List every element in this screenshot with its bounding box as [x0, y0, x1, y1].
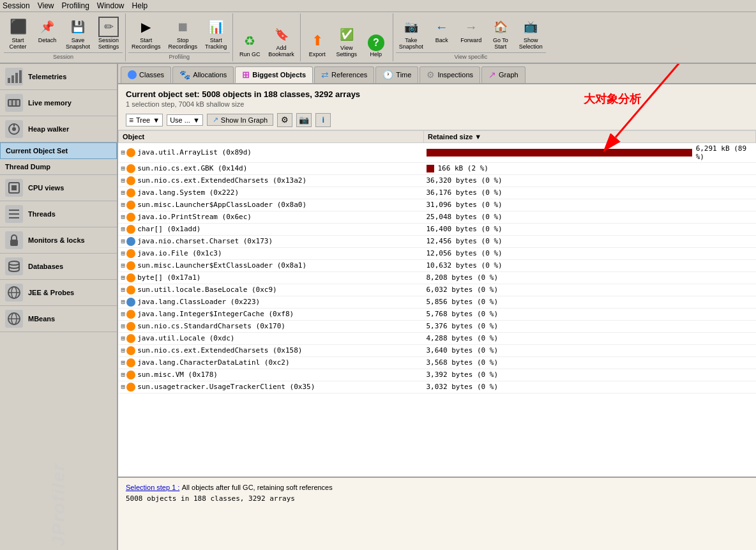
tab-inspections[interactable]: ⚙ Inspections — [420, 66, 480, 83]
menu-window[interactable]: Window — [97, 1, 125, 10]
go-to-start-label: Go ToStart — [493, 38, 508, 50]
save-snapshot-button[interactable]: 💾 SaveSnapshot — [63, 15, 93, 52]
sidebar-item-jee-probes[interactable]: JEE & Probes — [0, 280, 117, 306]
expand-button[interactable]: ⊞ — [121, 383, 126, 391]
table-row[interactable]: ⊞java.lang.CharacterDataLatinl (0xc2)3,5… — [119, 356, 756, 369]
tab-references[interactable]: ⇄ References — [314, 66, 374, 83]
col-retained-size[interactable]: Retained size ▼ — [424, 130, 756, 142]
take-snapshot-button[interactable]: 📷 TakeSnapshot — [396, 15, 427, 52]
expand-button[interactable]: ⊞ — [121, 261, 126, 270]
expand-button[interactable]: ⊞ — [121, 346, 126, 355]
expand-button[interactable]: ⊞ — [121, 334, 126, 342]
menu-bar: Session View Profiling Window Help — [0, 0, 756, 12]
expand-button[interactable]: ⊞ — [121, 286, 126, 294]
expand-button[interactable]: ⊞ — [121, 237, 126, 245]
sidebar-item-current-object-set[interactable]: Current Object Set — [0, 142, 117, 159]
table-row[interactable]: ⊞sun.nio.cs.ext.ExtendedCharsets (0x13a2… — [119, 174, 756, 187]
retained-size-cell: 3,032 bytes (0 %) — [424, 381, 756, 393]
session-settings-button[interactable]: ✏ SessionSettings — [94, 15, 123, 52]
sidebar-item-telemetries[interactable]: Telemetries — [0, 64, 117, 90]
use-select[interactable]: Use ... ▼ — [167, 114, 203, 126]
start-center-button[interactable]: ⬛ StartCenter — [4, 15, 32, 52]
start-center-icon: ⬛ — [8, 17, 28, 37]
sidebar-item-heap-walker[interactable]: Heap walker — [0, 116, 117, 142]
expand-button[interactable]: ⊞ — [121, 164, 126, 172]
start-recordings-button[interactable]: ▶ StartRecordings — [128, 15, 164, 52]
start-tracking-button[interactable]: 📊 StartTracking — [202, 15, 230, 52]
table-row[interactable]: ⊞java.lang.Integer$IntegerCache (0xf8)5,… — [119, 308, 756, 320]
sidebar-item-monitors-locks[interactable]: Monitors & locks — [0, 227, 117, 254]
object-icon — [126, 370, 135, 379]
databases-icon — [5, 257, 23, 275]
view-settings-button[interactable]: ✅ ViewSettings — [333, 22, 361, 60]
table-row[interactable]: ⊞sun.misc.VM (0x178)3,392 bytes (0 %) — [119, 369, 756, 381]
table-row[interactable]: ⊞java.util.ArrayList (0x89d)6,291 kB (89… — [119, 142, 756, 162]
detach-button[interactable]: 📌 Detach — [33, 15, 61, 52]
show-selection-button[interactable]: 📺 ShowSelection — [516, 15, 546, 52]
expand-button[interactable]: ⊞ — [121, 148, 126, 157]
table-row[interactable]: ⊞java.util.Locale (0xdc)4,288 bytes (0 %… — [119, 332, 756, 344]
sidebar-item-thread-dump[interactable]: Thread Dump — [0, 159, 117, 175]
table-row[interactable]: ⊞sun.nio.cs.StandardCharsets (0x170)5,37… — [119, 320, 756, 332]
expand-button[interactable]: ⊞ — [121, 310, 126, 318]
sidebar-item-threads[interactable]: Threads — [0, 201, 117, 227]
tree-icon: ≡ — [129, 116, 133, 125]
expand-button[interactable]: ⊞ — [121, 213, 126, 221]
col-object[interactable]: Object — [119, 130, 424, 142]
expand-button[interactable]: ⊞ — [121, 176, 126, 185]
menu-session[interactable]: Session — [3, 1, 30, 10]
table-row[interactable]: ⊞sun.nio.cs.ext.GBK (0x14d)166 kB (2 %) — [119, 162, 756, 174]
back-button[interactable]: ← Back — [428, 15, 456, 52]
stop-recordings-button[interactable]: ⏹ StopRecordings — [165, 15, 201, 52]
camera-icon-button[interactable]: 📷 — [296, 113, 312, 127]
tab-time[interactable]: 🕐 Time — [375, 66, 418, 83]
table-row[interactable]: ⊞sun.util.locale.BaseLocale (0xc9)6,032 … — [119, 284, 756, 296]
retained-size-bar — [427, 149, 692, 157]
tab-graph[interactable]: ↗ Graph — [481, 66, 525, 83]
tab-classes[interactable]: Classes — [121, 66, 171, 83]
table-row[interactable]: ⊞java.lang.ClassLoader (0x223)5,856 byte… — [119, 296, 756, 308]
table-row[interactable]: ⊞sun.nio.cs.ext.ExtendedCharsets (0x158)… — [119, 344, 756, 356]
table-row[interactable]: ⊞sun.misc.Launcher$AppClassLoader (0x8a0… — [119, 199, 756, 211]
sidebar-item-cpu-views[interactable]: CPU views — [0, 175, 117, 201]
info-icon-button[interactable]: i — [315, 113, 331, 127]
table-row[interactable]: ⊞java.nio.charset.Charset (0x173)12,456 … — [119, 235, 756, 247]
export-button[interactable]: ⬆ Export — [303, 29, 331, 60]
show-in-graph-button[interactable]: ↗ Show In Graph — [207, 114, 273, 126]
table-row[interactable]: ⊞java.lang.System (0x222)36,176 bytes (0… — [119, 187, 756, 199]
run-gc-button[interactable]: ♻ Run GC — [236, 29, 264, 60]
expand-button[interactable]: ⊞ — [121, 188, 126, 197]
menu-help[interactable]: Help — [132, 1, 148, 10]
expand-button[interactable]: ⊞ — [121, 273, 126, 282]
add-bookmark-button[interactable]: 🔖 AddBookmark — [265, 22, 298, 60]
help-button[interactable]: ? Help — [362, 33, 390, 60]
table-row[interactable]: ⊞sun.usagetracker.UsageTrackerClient (0x… — [119, 381, 756, 393]
sidebar-monitors-locks-label: Monitors & locks — [28, 236, 85, 244]
sidebar-item-mbeans[interactable]: MBeans — [0, 306, 117, 332]
view-select[interactable]: ≡ Tree ▼ — [126, 114, 163, 126]
expand-button[interactable]: ⊞ — [121, 298, 126, 306]
menu-view[interactable]: View — [38, 1, 54, 10]
table-container[interactable]: Object Retained size ▼ ⊞java.util.ArrayL… — [118, 130, 756, 477]
expand-button[interactable]: ⊞ — [121, 225, 126, 233]
table-row[interactable]: ⊞java.io.File (0x1c3)12,056 bytes (0 %) — [119, 247, 756, 259]
expand-button[interactable]: ⊞ — [121, 249, 126, 257]
table-row[interactable]: ⊞char[] (0x1add)16,400 bytes (0 %) — [119, 223, 756, 235]
content-area: Classes 🐾 Allocations ⊞ Biggest Objects … — [118, 64, 756, 550]
sidebar-item-live-memory[interactable]: Live memory — [0, 90, 117, 116]
sidebar-item-databases[interactable]: Databases — [0, 254, 117, 280]
forward-button[interactable]: → Forward — [457, 15, 485, 52]
tab-biggest-objects[interactable]: ⊞ Biggest Objects — [235, 66, 313, 83]
table-row[interactable]: ⊞java.io.PrintStream (0x6ec)25,048 bytes… — [119, 211, 756, 223]
tab-allocations[interactable]: 🐾 Allocations — [172, 66, 234, 83]
table-row[interactable]: ⊞sun.misc.Launcher$ExtClassLoader (0x8a1… — [119, 259, 756, 271]
go-to-start-button[interactable]: 🏠 Go ToStart — [487, 15, 515, 52]
menu-profiling[interactable]: Profiling — [62, 1, 89, 10]
expand-button[interactable]: ⊞ — [121, 358, 126, 367]
table-row[interactable]: ⊞byte[] (0x17a1)8,208 bytes (0 %) — [119, 271, 756, 284]
settings-icon-button[interactable]: ⚙ — [277, 113, 292, 127]
expand-button[interactable]: ⊞ — [121, 322, 126, 330]
expand-button[interactable]: ⊞ — [121, 370, 126, 379]
expand-button[interactable]: ⊞ — [121, 201, 126, 209]
selection-step-link[interactable]: Selection step 1 : — [126, 484, 179, 491]
